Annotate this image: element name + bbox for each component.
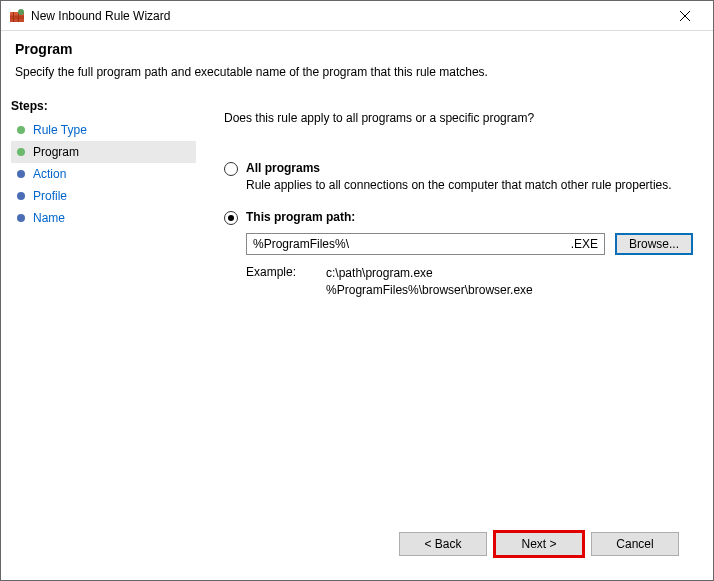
bullet-icon [17,148,25,156]
svg-point-5 [18,9,24,15]
titlebar: New Inbound Rule Wizard [1,1,713,31]
svg-rect-3 [13,12,14,22]
example-line: %ProgramFiles%\browser\browser.exe [326,283,533,297]
example-line: c:\path\program.exe [326,266,433,280]
radio-label: This program path: [246,210,355,224]
window-title: New Inbound Rule Wizard [31,9,665,23]
page-header: Program Specify the full program path an… [1,31,713,93]
page-title: Program [15,41,699,57]
path-ext: .EXE [571,237,598,251]
wizard-footer: < Back Next > Cancel [224,522,693,570]
bullet-icon [17,214,25,222]
radio-label: All programs [246,161,320,175]
path-value: %ProgramFiles%\ [253,237,349,251]
main-content: Does this rule apply to all programs or … [196,93,713,580]
step-action[interactable]: Action [11,163,196,185]
steps-title: Steps: [11,99,196,113]
bullet-icon [17,126,25,134]
back-button[interactable]: < Back [399,532,487,556]
cancel-button[interactable]: Cancel [591,532,679,556]
next-button[interactable]: Next > [495,532,583,556]
step-label: Profile [33,189,67,203]
radio-this-program[interactable]: This program path: [224,210,693,225]
step-profile[interactable]: Profile [11,185,196,207]
step-label: Rule Type [33,123,87,137]
page-subtitle: Specify the full program path and execut… [15,65,699,79]
radio-all-desc: Rule applies to all connections on the c… [246,178,693,192]
example-label: Example: [246,265,296,299]
steps-sidebar: Steps: Rule Type Program Action Profile … [1,93,196,580]
close-icon [680,11,690,21]
close-button[interactable] [665,2,705,30]
firewall-icon [9,8,25,24]
step-label: Action [33,167,66,181]
step-label: Name [33,211,65,225]
example-paths: c:\path\program.exe %ProgramFiles%\brows… [326,265,533,299]
program-path-input[interactable]: %ProgramFiles%\ .EXE [246,233,605,255]
radio-icon[interactable] [224,211,238,225]
example-row: Example: c:\path\program.exe %ProgramFil… [246,265,693,299]
step-rule-type[interactable]: Rule Type [11,119,196,141]
radio-all-programs[interactable]: All programs [224,161,693,176]
step-name[interactable]: Name [11,207,196,229]
question-text: Does this rule apply to all programs or … [224,111,693,125]
svg-rect-2 [10,16,24,19]
bullet-icon [17,192,25,200]
browse-button[interactable]: Browse... [615,233,693,255]
bullet-icon [17,170,25,178]
step-program[interactable]: Program [11,141,196,163]
step-label: Program [33,145,79,159]
radio-icon[interactable] [224,162,238,176]
